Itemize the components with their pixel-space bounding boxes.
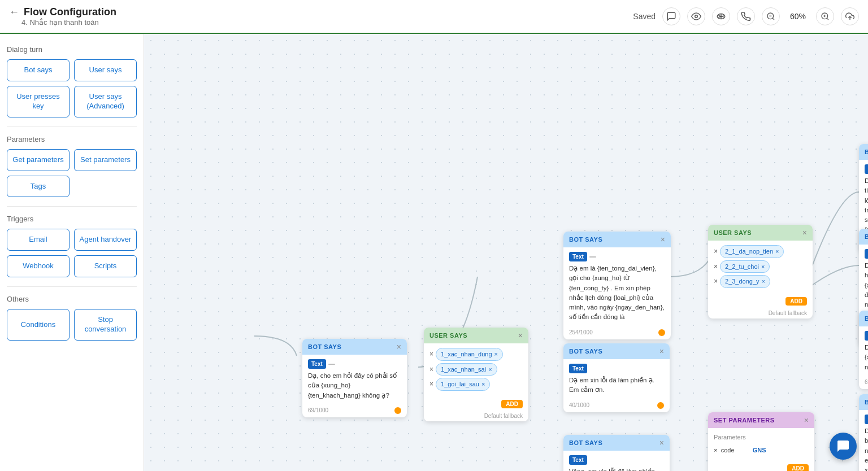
zoom-out-btn[interactable]	[762, 7, 780, 25]
back-button[interactable]: ←	[9, 6, 19, 18]
saved-status: Saved	[633, 12, 656, 21]
tags-button[interactable]: Tags	[7, 176, 70, 198]
flow-canvas[interactable]: BOT SAYS × Text Dạ, cho em hỏi đây có ph…	[144, 34, 868, 471]
email-button[interactable]: Email	[7, 229, 70, 251]
us1-tag-2: 1_xac_nhan_sai ×	[436, 363, 497, 376]
orange-dot-bs2	[658, 329, 665, 336]
node-header-user-says-1: USER SAYS ×	[424, 328, 528, 343]
node-tag-row-br3: Text	[865, 331, 868, 341]
node-type-us2: USER SAYS	[714, 229, 752, 236]
stop-conversation-button[interactable]: Stop conversation	[74, 309, 137, 341]
section-others: Others	[7, 295, 137, 303]
node-close-us2[interactable]: ×	[802, 228, 807, 237]
remove-x-us2-2[interactable]: ×	[714, 261, 718, 272]
user-says-button[interactable]: User says	[74, 59, 137, 81]
bot-says-button[interactable]: Bot says	[7, 59, 70, 81]
node-close-1[interactable]: ×	[397, 342, 401, 351]
user-presses-key-button[interactable]: User presses key	[7, 86, 70, 117]
us1-tag-3: 1_goi_lai_sau ×	[436, 378, 490, 391]
tag-x-us2-3[interactable]: ×	[762, 277, 765, 286]
set-parameters-node: SET PARAMETERS × Parameters × code GNS A…	[708, 412, 814, 471]
eye-icon-btn[interactable]	[687, 7, 705, 25]
params-row-1: × code GNS	[714, 446, 809, 455]
node-close-sp[interactable]: ×	[804, 416, 809, 425]
node-text-br3: Dạ vâng ạ, em cảm ơn {xung_ho}. Chúc {xu…	[865, 343, 868, 372]
section-triggers: Triggers	[7, 215, 137, 223]
tag-x-1[interactable]: ×	[494, 350, 498, 359]
text-tag-bs2: Text	[569, 252, 587, 261]
us2-tag-2: 2_2_tu_choi ×	[720, 260, 770, 273]
us2-input-row-3: × 2_3_dong_y ×	[714, 275, 807, 288]
sp-add-btn[interactable]: ADD	[787, 464, 809, 471]
user-says-advanced-button[interactable]: User says (Advanced)	[74, 86, 137, 117]
node-body-br4: Text Dạ rất xin lỗi {xung_ho} về sự bất …	[859, 410, 868, 471]
node-text-bs2: Dạ em là {ten_tong_dai_vien}, gọi cho {x…	[569, 264, 665, 322]
us1-input-row-2: × 1_xac_nhan_sai ×	[429, 363, 523, 376]
chat-bubble-button[interactable]	[830, 433, 857, 460]
us1-tag-1: 1_xac_nhan_dung ×	[436, 348, 503, 361]
node-close-us1[interactable]: ×	[518, 331, 523, 340]
node-footer-us1: ADD	[424, 398, 528, 412]
us2-tag-1: 2_1_da_nop_tien ×	[720, 245, 784, 258]
node-type-label-us1: USER SAYS	[429, 332, 467, 339]
node-type-bs3: BOT SAYS	[569, 348, 602, 355]
node-footer-bs3: 40/1000	[563, 400, 670, 412]
remove-x-1[interactable]: ×	[429, 349, 433, 359]
remove-x-us2-1[interactable]: ×	[714, 246, 718, 256]
header-subtitle: 4. Nhắc hạn thanh toán	[21, 18, 116, 27]
bot-says-right-4: BOT SAYS × Text Dạ rất xin lỗi {xung_ho}…	[859, 394, 868, 471]
tag-x-us2-2[interactable]: ×	[761, 262, 765, 272]
svg-line-3	[772, 18, 774, 20]
param-remove[interactable]: ×	[714, 446, 718, 455]
webhook-button[interactable]: Webhook	[7, 255, 70, 277]
tag-x-3[interactable]: ×	[481, 380, 485, 389]
node-body-us2: × 2_1_da_nop_tien × × 2_2_tu_choi × ×	[708, 241, 813, 295]
node-close-bs2[interactable]: ×	[661, 235, 665, 244]
zoom-level: 60%	[787, 12, 809, 21]
text-tag-br3: Text	[865, 331, 868, 341]
user-says-node-2: USER SAYS × × 2_1_da_nop_tien × × 2_2_tu…	[708, 225, 813, 319]
node-footer-bs2: 254/1000	[563, 327, 671, 339]
phone-icon-btn[interactable]	[737, 7, 755, 25]
tag-x-2[interactable]: ×	[488, 365, 492, 374]
us1-add-btn[interactable]: ADD	[501, 400, 523, 408]
node-body-1: Text Dạ, cho em hỏi đây có phải số của {…	[302, 355, 407, 405]
node-text-br4: Dạ rất xin lỗi {xung_ho} về sự bất tiện …	[865, 426, 868, 471]
comment-icon-btn[interactable]	[662, 7, 680, 25]
upload-btn[interactable]	[841, 7, 859, 25]
scripts-button[interactable]: Scripts	[74, 255, 137, 277]
node-type-sp: SET PARAMETERS	[714, 417, 775, 424]
conditions-button[interactable]: Conditions	[7, 309, 70, 341]
char-counter-bs3: 40/1000	[569, 402, 589, 408]
tag-x-us2-1[interactable]: ×	[775, 247, 779, 256]
node-type-br2: BOT SAYS	[865, 233, 868, 240]
agent-handover-button[interactable]: Agent handover	[74, 229, 137, 251]
zoom-in-btn[interactable]	[816, 7, 834, 25]
divider-2	[7, 206, 137, 207]
node-close-bs4[interactable]: ×	[659, 438, 664, 447]
brain-icon-btn[interactable]	[712, 7, 730, 25]
parameters-grid: Get parameters Set parameters Tags	[7, 149, 137, 198]
text-tag-br2: Text	[865, 249, 868, 259]
secondary-tag	[328, 364, 335, 365]
node-footer-us2: ADD	[708, 295, 813, 309]
param-value: GNS	[753, 446, 766, 455]
node-text-bs4: Vâng, em xin lỗi đã làm phiền, em xin ph…	[569, 467, 664, 471]
header-controls: Saved 60%	[633, 7, 859, 25]
set-parameters-button[interactable]: Set parameters	[74, 149, 137, 171]
node-text-1: Dạ, cho em hỏi đây có phải số của {xung_…	[308, 371, 401, 400]
node-close-bs3[interactable]: ×	[659, 347, 664, 356]
divider-1	[7, 127, 137, 127]
node-header-bs4: BOT SAYS ×	[563, 435, 670, 451]
params-label: Parameters	[714, 433, 809, 442]
us2-add-btn[interactable]: ADD	[785, 297, 807, 306]
svg-point-0	[695, 15, 698, 18]
remove-x-us2-3[interactable]: ×	[714, 276, 718, 286]
node-body-sp: Parameters × code GNS	[708, 428, 814, 462]
node-body-bs3: Text Dạ em xin lỗi đã làm phiền ạ. Em cả…	[563, 359, 670, 400]
node-type-bs2: BOT SAYS	[569, 236, 602, 243]
get-parameters-button[interactable]: Get parameters	[7, 149, 70, 171]
node-text-bs3: Dạ em xin lỗi đã làm phiền ạ. Em cảm ơn.	[569, 376, 664, 395]
remove-x-2[interactable]: ×	[429, 364, 433, 374]
remove-x-3[interactable]: ×	[429, 379, 433, 389]
